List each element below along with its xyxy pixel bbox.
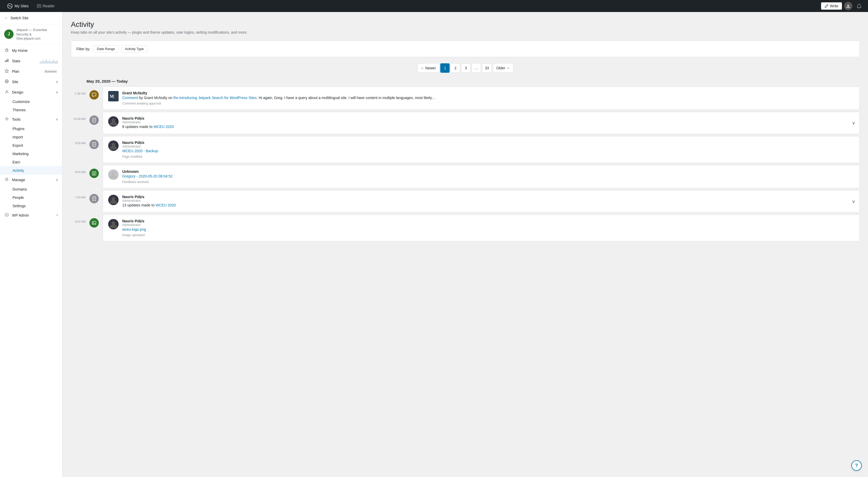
- filter-bar: Filter by: Date Range Activity Type: [71, 41, 860, 57]
- activity-content: Grant McNulty Comment by Grant McNulty o…: [122, 91, 854, 105]
- post-link[interactable]: WCEU 2020: [154, 125, 174, 129]
- customize-label: Customize: [12, 100, 30, 104]
- user-avatar-button[interactable]: [844, 2, 852, 10]
- activity-type-filter-button[interactable]: Activity Type: [121, 45, 147, 53]
- activity-user: Nauris Pūķis: [122, 195, 854, 199]
- action-link[interactable]: Comment: [122, 96, 138, 100]
- sidebar-item-marketing[interactable]: Marketing: [0, 150, 62, 158]
- unknown-avatar-icon: [110, 171, 117, 178]
- expand-button[interactable]: ∨: [852, 199, 855, 204]
- post-link[interactable]: Re-introducing Jetpack Search for WordPr…: [173, 96, 257, 100]
- activity-card: Nauris Pūķis Administrator WCEU 2020 - B…: [103, 136, 860, 163]
- page-title: Activity: [71, 20, 860, 29]
- activity-text: WCEU 2020 - Backup: [122, 148, 854, 154]
- activity-content: Unknown Gregory - 2020-05-20 08:04:52 Fe…: [122, 169, 854, 184]
- date-range-filter-button[interactable]: Date Range: [94, 45, 118, 53]
- write-icon: [825, 4, 828, 8]
- activity-text: Comment by Grant McNulty on Re-introduci…: [122, 95, 854, 101]
- activity-icon-col: [89, 112, 100, 125]
- sidebar-item-settings[interactable]: Settings: [0, 202, 62, 210]
- sidebar-item-stats-label: Stats: [12, 59, 37, 63]
- activity-icon-col: [89, 165, 100, 178]
- activity-user: Grant McNulty: [122, 91, 854, 95]
- write-button[interactable]: Write: [821, 2, 842, 10]
- post-link[interactable]: WCEU 2020 - Backup: [122, 149, 158, 153]
- activity-content: Nauris Pūķis Administrator 13 updates ma…: [122, 195, 854, 208]
- page-1-button[interactable]: 1: [440, 63, 450, 73]
- page-2-button[interactable]: 2: [451, 63, 460, 73]
- activity-icon-col: [89, 136, 100, 149]
- notifications-button[interactable]: [855, 1, 864, 11]
- sidebar-item-wp-admin[interactable]: W WP Admin ↗: [0, 210, 62, 221]
- activity-user: Nauris Pūķis: [122, 140, 854, 145]
- sidebar-item-design[interactable]: Design ∧: [0, 87, 62, 97]
- sidebar-item-themes[interactable]: Themes: [0, 106, 62, 114]
- svg-text:W: W: [6, 214, 8, 216]
- action-text: 8 updates made to: [122, 125, 154, 129]
- expand-button[interactable]: ∨: [852, 120, 855, 126]
- page-33-button[interactable]: 33: [482, 63, 492, 73]
- action-description: : Hi again, Greg. I have a query about a…: [257, 96, 436, 100]
- my-sites-nav[interactable]: My Sites: [4, 2, 32, 10]
- nauris-photo: [108, 195, 119, 205]
- nauris-photo: [108, 140, 119, 151]
- sidebar-item-domains[interactable]: Domains: [0, 185, 62, 193]
- activity-row: 10:48 AM Nauris Pūķis Administrator: [71, 112, 860, 136]
- external-link-icon: ↗: [56, 214, 58, 217]
- form-icon: [92, 171, 96, 176]
- activity-content: Nauris Pūķis Administrator wceu-logo.png…: [122, 219, 854, 237]
- sidebar-item-customize[interactable]: Customize: [0, 97, 62, 106]
- sidebar-item-tools[interactable]: Tools ∧: [0, 114, 62, 125]
- svg-rect-7: [5, 61, 6, 62]
- top-nav: My Sites Reader Write: [0, 0, 868, 12]
- sidebar-item-tools-label: Tools: [12, 117, 53, 122]
- activity-text: 8 updates made to WCEU 2020: [122, 124, 854, 130]
- wordpress-logo-icon: [7, 3, 12, 9]
- activity-user: Nauris Pūķis: [122, 116, 854, 120]
- sidebar-item-activity[interactable]: Activity: [0, 166, 62, 174]
- action-suffix: by Grant McNulty on: [138, 96, 173, 100]
- sidebar-item-import[interactable]: Import: [0, 133, 62, 141]
- switch-site-button[interactable]: ← Switch Site: [0, 12, 62, 24]
- sidebar-item-plan-label: Plan: [12, 69, 41, 73]
- site-url[interactable]: View jetpack.com: [16, 37, 58, 40]
- sidebar-item-export[interactable]: Export: [0, 141, 62, 150]
- newer-page-button[interactable]: ← Newer: [417, 63, 439, 73]
- feedback-link[interactable]: Gregory - 2020-05-20 08:04:52: [122, 174, 173, 178]
- document-icon: [92, 118, 96, 123]
- bell-icon: [857, 4, 862, 8]
- activity-row: 7:30 AM Nauris Pūķis Administrator: [71, 190, 860, 215]
- post-link[interactable]: WCEU 2020: [156, 203, 176, 207]
- update-activity-icon: [89, 194, 99, 203]
- activity-user: Nauris Pūķis: [122, 219, 854, 223]
- sidebar-item-people[interactable]: People: [0, 193, 62, 202]
- svg-point-5: [847, 4, 849, 6]
- export-label: Export: [12, 144, 23, 148]
- reader-nav[interactable]: Reader: [34, 2, 58, 10]
- page-3-button[interactable]: 3: [461, 63, 470, 73]
- help-button[interactable]: ?: [851, 460, 862, 471]
- help-icon: ?: [855, 463, 858, 468]
- update-activity-icon: [89, 116, 99, 125]
- sidebar-item-plugins[interactable]: Plugins: [0, 125, 62, 133]
- sidebar-item-plan[interactable]: Plan Business: [0, 66, 62, 76]
- activity-meta: Page modified: [122, 155, 854, 158]
- site-nav-icon: [4, 79, 9, 85]
- image-link[interactable]: wceu-logo.png: [122, 227, 146, 231]
- site-name: Jetpack — Essential Security &: [16, 28, 58, 37]
- activity-list: 1:36 PM M | Grant McNulty: [71, 87, 860, 244]
- back-arrow-icon: ←: [4, 15, 8, 20]
- user-avatar: [108, 219, 119, 229]
- sidebar-item-manage[interactable]: Manage ∧: [0, 174, 62, 185]
- comment-icon: [92, 93, 96, 97]
- older-page-button[interactable]: Older →: [493, 63, 513, 73]
- activity-time: 8:04 AM: [71, 165, 89, 174]
- action-text: 13 updates made to: [122, 203, 156, 207]
- sidebar-item-site[interactable]: Site ∨: [0, 76, 62, 87]
- activity-card: M | Grant McNulty Comment by Grant McNul…: [103, 87, 860, 110]
- sidebar-item-earn[interactable]: Earn: [0, 158, 62, 166]
- sidebar-item-stats[interactable]: Stats: [0, 56, 62, 66]
- form-activity-icon: [89, 169, 99, 178]
- earn-label: Earn: [12, 160, 20, 164]
- sidebar-item-my-home[interactable]: My Home: [0, 45, 62, 56]
